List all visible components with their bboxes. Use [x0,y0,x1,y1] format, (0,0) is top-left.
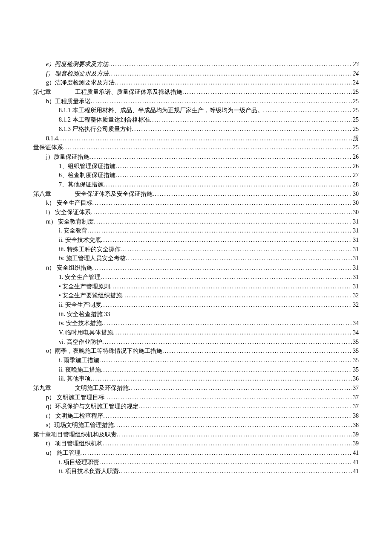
toc-entry-page: 31 [352,273,359,282]
toc-leader [99,458,352,467]
toc-entry-label: iii. 安全检查措施 33 [59,311,110,317]
toc-entry-label: • 安全生产管理原则 [59,282,110,291]
toc-entry-label: j）质量保证措施 [46,152,89,162]
toc-chapter: 第七章工程质量承诺、质量保证体系及操纵措施25 [33,87,359,97]
toc-leader [92,263,352,273]
toc-entry: h）工程质量承诺25 [33,97,359,106]
toc-chapter-prefix: 第八章 [33,189,75,199]
toc-entry-label: i. 安全教育 [59,226,87,235]
toc-entry-label: k） 安全生产目标 [46,198,92,208]
toc-entry-page: 38 [352,421,359,430]
toc-entry-page: 24 [352,69,359,78]
toc-entry-page: 39 [352,439,359,448]
toc-entry: q）环境保护与文明施工管理的规定37 [33,402,359,411]
toc-entry-label: n） 安全组织措施 [46,263,92,273]
toc-leader [115,162,352,171]
toc-chapter: 第九章文明施工及环保措施37 [33,384,359,393]
toc-leader [115,78,352,87]
toc-chapter-prefix: 第七章 [33,87,75,97]
toc-entry-label: 7、其他保证措施 [59,180,104,189]
toc-entry: 7、其他保证措施28 [33,180,359,189]
toc-entry-page: 41 [352,448,359,458]
toc-leader [92,198,352,208]
toc-leader [114,421,352,430]
toc-entry-label: e）照度检测要求及方法 [46,60,108,69]
toc-entry-page: 25 [352,97,359,106]
toc-entry-page: 35 [352,337,359,347]
toc-entry-page: 28 [352,180,359,189]
toc-entry-page: 26 [352,162,359,171]
toc-entry-label: V. 临时用电具体措施 [59,328,113,337]
toc-entry-page: 31 [352,282,359,291]
toc-entry-page: 31 [352,254,359,263]
toc-entry: iii. 其他事项36 [33,374,359,384]
toc-chapter-title: 工程质量承诺、质量保证体系及操纵措施 [75,89,182,95]
toc-leader [91,208,352,217]
toc-chapter-title: 文明施工及环保措施 [75,385,129,391]
toc-entry-page: 31 [352,263,359,273]
toc-entry-label: 8.1.2 本工程整体质量达到合格标准 [59,115,150,125]
toc-entry: V. 临时用电具体措施34 [33,328,359,337]
toc-entry: 8.1.3 严格执行公司质量方针25 [33,125,359,134]
toc-entry: e）照度检测要求及方法23 [33,60,359,69]
toc-leader [94,217,352,227]
toc-leader [121,245,352,254]
toc-entry-page: 24 [352,78,359,87]
toc-entry-label: ii. 夜晚施工措施 [59,365,101,375]
toc-entry-page: 34 [352,319,359,328]
toc-leader [101,365,352,375]
toc-entry-label: i. 雨季施工措施 [59,356,99,365]
toc-leader [91,374,352,384]
toc-entry: vi. 高空作业防护35 [33,337,359,347]
toc-entry: iii. 特殊工种的安全操作31 [33,245,359,254]
toc-entry-label: ii. 安全技术交底 [59,235,101,245]
toc-entry: i. 雨季施工措施35 [33,356,359,365]
toc-entry: 6、检查制度保证措施27 [33,171,359,180]
toc-entry-label: t） 项目管理组织机构 [46,439,103,448]
toc-leader [138,402,352,411]
toc-entry-page: 32 [352,291,359,300]
toc-entry: g）洁净度检测要求及方法24 [33,78,359,87]
toc-entry-label: 第九章文明施工及环保措施 [33,384,129,393]
toc-entry-page: 35 [352,365,359,375]
toc-entry: i. 项目经理职责41 [33,458,359,467]
toc-entry-label: iii. 特殊工种的安全操作 [59,245,121,254]
toc-leader [103,439,352,448]
toc-entry: • 安全生产管理原则31 [33,282,359,291]
toc-entry-page: 39 [352,430,359,439]
toc-chapter: 第八章安全保证体系及安全保证措施30 [33,189,359,199]
toc-entry-page: 36 [352,374,359,384]
toc-entry-page: 31 [352,245,359,254]
toc-entry-suffix: 质 [352,134,359,143]
toc-entry-page: 34 [352,328,359,337]
toc-entry-label: 6、检查制度保证措施 [59,171,115,180]
toc-entry-label: i. 项目经理职责 [59,458,99,467]
toc-leader [182,87,352,97]
toc-entry-label: iv. 施工管理人员安全考核 [59,254,126,263]
toc-entry-label: q）环境保护与文明施工管理的规定 [46,402,138,411]
toc-entry-label: p） 文明施工管理目标 [46,393,104,402]
toc-entry-label: 8.1.3 严格执行公司质量方针 [59,125,132,134]
toc-entry-label: ii. 安全生产制度 [59,300,101,310]
toc-leader [91,97,352,106]
toc-entry: m） 安全教育制度31 [33,217,359,227]
toc-entry-page: 38 [352,411,359,421]
toc-leader [110,282,352,291]
toc-entry: 8.1.2 本工程整体质量达到合格标准25 [33,115,359,125]
toc-entry: ii. 安全生产制度32 [33,300,359,310]
toc-entry-page: 35 [352,356,359,365]
toc-leader [119,467,352,476]
toc-entry-page: 31 [352,235,359,245]
toc-chapter-title: 安全保证体系及安全保证措施 [75,191,153,197]
toc-chapter-prefix: 第九章 [33,384,75,393]
toc-leader [89,152,352,162]
toc-entry: 第十章项目管理组织机构及职责39 [33,430,359,439]
toc-entry: iii. 安全检查措施 33 [33,310,359,319]
toc-entry: 8.1.1 本工程所用材料、成品、半成品均为正规厂家生产，等级均为一级产品。25 [33,106,359,115]
toc-entry-label: iv. 安全技术措施 [59,319,102,328]
toc-entry-page: 26 [352,152,359,162]
toc-entry-page: 31 [352,226,359,235]
toc-entry-label: h）工程质量承诺 [46,97,91,106]
toc-entry-page: 37 [352,384,359,393]
toc-entry: iv. 施工管理人员安全考核31 [33,254,359,263]
